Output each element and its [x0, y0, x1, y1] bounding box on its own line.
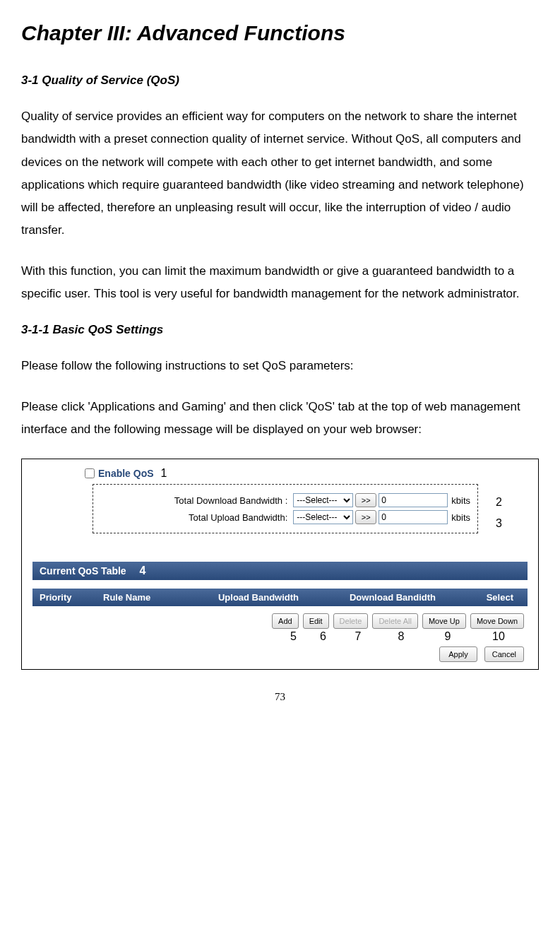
download-kbits-label: kbits	[451, 495, 470, 506]
paragraph-4: Please click 'Applications and Gaming' a…	[21, 396, 539, 442]
chapter-title: Chapter III: Advanced Functions	[21, 21, 539, 45]
download-bw-select[interactable]: ---Select---	[293, 493, 353, 507]
page-number: 73	[21, 691, 539, 703]
callout-2: 2	[496, 492, 502, 513]
col-rule-name: Rule Name	[103, 592, 195, 603]
upload-bw-label: Total Upload Bandwidth:	[100, 512, 293, 523]
callout-8: 8	[380, 630, 422, 643]
callout-6: 6	[310, 630, 336, 643]
callout-9: 9	[427, 630, 469, 643]
paragraph-1: Quality of service provides an efficient…	[21, 105, 539, 242]
upload-bw-input[interactable]	[379, 510, 448, 524]
download-arrow-button[interactable]: >>	[355, 493, 376, 507]
callout-4: 4	[140, 565, 146, 577]
cancel-button[interactable]: Cancel	[484, 646, 524, 662]
section-title-3-1-1: 3-1-1 Basic QoS Settings	[21, 323, 539, 337]
enable-qos-checkbox[interactable]	[85, 468, 95, 478]
callout-10: 10	[473, 630, 524, 643]
callout-3: 3	[496, 513, 502, 534]
upload-kbits-label: kbits	[451, 512, 470, 523]
paragraph-3: Please follow the following instructions…	[21, 355, 539, 377]
enable-qos-label: Enable QoS	[98, 468, 154, 479]
col-download: Download Bandidth	[322, 592, 463, 603]
apply-button[interactable]: Apply	[439, 646, 477, 662]
paragraph-2: With this function, you can limit the ma…	[21, 260, 539, 306]
callout-1: 1	[161, 467, 167, 480]
move-up-button[interactable]: Move Up	[422, 613, 466, 629]
upload-arrow-button[interactable]: >>	[355, 510, 376, 524]
section-title-3-1: 3-1 Quality of Service (QoS)	[21, 73, 539, 88]
bandwidth-box: Total Download Bandwidth : ---Select--- …	[93, 484, 478, 533]
download-bw-label: Total Download Bandwidth :	[100, 495, 293, 506]
callout-7: 7	[340, 630, 376, 643]
callout-5: 5	[281, 630, 306, 643]
col-priority: Priority	[40, 592, 103, 603]
delete-all-button[interactable]: Delete All	[372, 613, 417, 629]
qos-screenshot: Enable QoS 1 Total Download Bandwidth : …	[21, 459, 539, 670]
qos-table-title-bar: Current QoS Table 4	[32, 562, 528, 580]
download-bw-input[interactable]	[379, 493, 448, 507]
col-upload: Upload Bandwidth	[195, 592, 322, 603]
qos-table-title: Current QoS Table	[40, 565, 126, 577]
add-button[interactable]: Add	[272, 613, 299, 629]
col-select: Select	[463, 592, 520, 603]
delete-button[interactable]: Delete	[333, 613, 369, 629]
upload-bw-select[interactable]: ---Select---	[293, 510, 353, 524]
edit-button[interactable]: Edit	[303, 613, 329, 629]
qos-table-header: Priority Rule Name Upload Bandwidth Down…	[32, 589, 528, 606]
move-down-button[interactable]: Move Down	[470, 613, 524, 629]
